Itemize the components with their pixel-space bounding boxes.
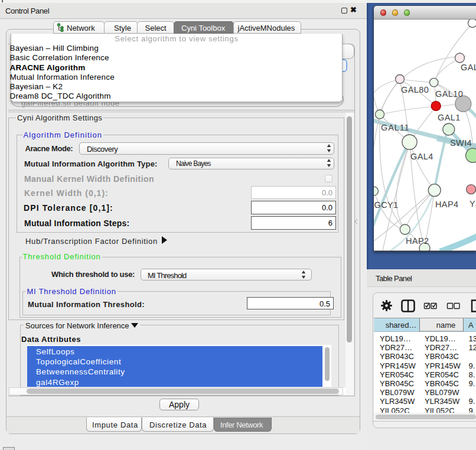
svg-text:GCY1: GCY1 [374, 200, 399, 210]
svg-text:GAL4: GAL4 [410, 152, 433, 161]
svg-text:GAL7: GAL7 [461, 63, 476, 72]
svg-text:HAP4: HAP4 [435, 200, 458, 209]
svg-text:GAL80: GAL80 [401, 85, 429, 94]
svg-text:YJ: YJ [470, 199, 476, 208]
svg-text:GAL10: GAL10 [435, 89, 463, 99]
svg-text:SWI4: SWI4 [450, 138, 472, 148]
svg-text:HAP2: HAP2 [406, 236, 429, 246]
svg-text:GAL1: GAL1 [438, 113, 461, 122]
svg-text:GAL11: GAL11 [381, 123, 410, 132]
